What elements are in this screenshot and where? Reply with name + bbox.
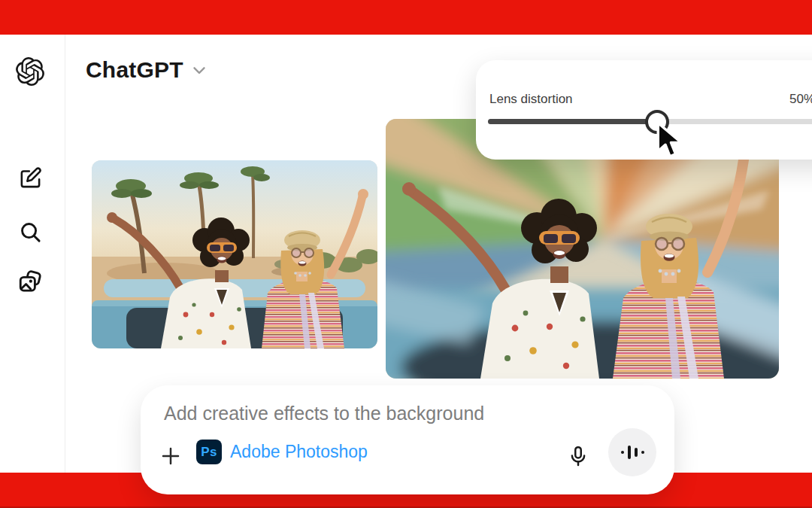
search-icon [19,221,42,244]
lens-distortion-slider[interactable] [488,119,812,124]
prompt-composer: Add creative effects to the background P… [141,385,674,494]
photoshop-app-name: Adobe Photoshop [230,442,368,462]
plus-icon [159,445,182,467]
dictate-button[interactable] [562,440,595,473]
new-chat-icon [19,166,42,190]
voice-mode-button[interactable] [608,428,656,476]
lens-distortion-value: 50% [789,92,812,107]
lens-distortion-label: Lens distortion [489,92,573,107]
prompt-input[interactable]: Add creative effects to the background [164,403,630,424]
search-button[interactable] [14,215,47,248]
lens-distortion-panel: Lens distortion 50% [476,60,812,160]
model-switcher[interactable]: ChatGPT [83,56,212,84]
top-red-bar [0,0,812,35]
app-window: ChatGPT [0,0,812,508]
slider-fill [488,119,656,124]
library-button[interactable] [14,265,47,298]
slider-handle[interactable] [645,110,669,134]
page-title: ChatGPT [86,57,183,83]
microphone-icon [567,445,589,467]
photoshop-app-chip[interactable]: Ps Adobe Photoshop [196,440,368,464]
chevron-down-icon [189,60,209,80]
voice-waveform-icon [621,451,624,454]
original-photo [92,160,377,348]
library-icon [17,269,43,294]
original-photo-art [92,160,377,348]
new-chat-button[interactable] [14,161,47,194]
add-attachment-button[interactable] [154,440,187,473]
openai-logo[interactable] [14,55,47,88]
openai-logo-icon [16,57,44,86]
photoshop-badge: Ps [196,440,222,464]
sidebar [0,35,65,473]
